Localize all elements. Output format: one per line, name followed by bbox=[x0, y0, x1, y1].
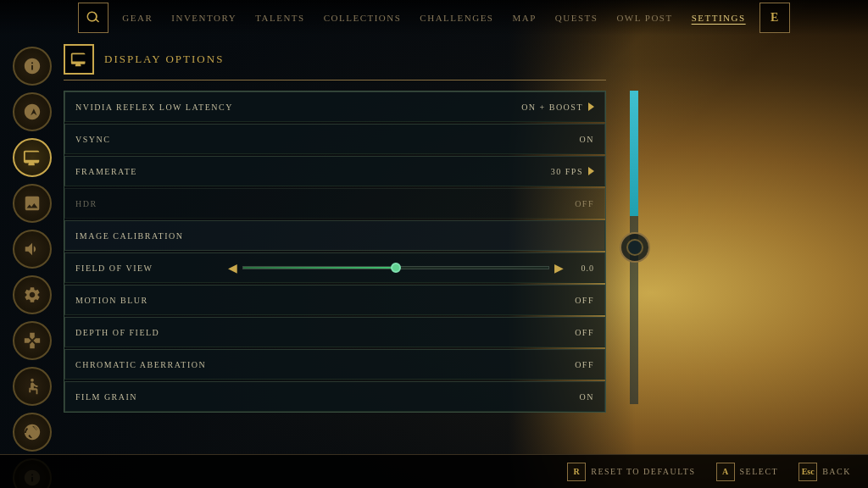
framerate-chevron bbox=[588, 167, 594, 175]
sidebar-btn-accessibility[interactable] bbox=[13, 367, 52, 406]
image-calibration-label: IMAGE CALIBRATION bbox=[75, 231, 594, 241]
film-grain-value: ON bbox=[580, 392, 594, 402]
motion-blur-label: MOTION BLUR bbox=[75, 296, 575, 305]
section-header: DISPLAY OPTIONS bbox=[64, 44, 606, 80]
framerate-label: FRAMERATE bbox=[75, 167, 551, 176]
nav-collections[interactable]: COLLECTIONS bbox=[324, 13, 402, 23]
fov-label: FIELD OF VIEW bbox=[75, 263, 228, 273]
reset-label: RESET TO DEFAULTS bbox=[591, 467, 695, 476]
select-label: SELECT bbox=[740, 467, 779, 476]
setting-nvidia-reflex[interactable]: NVIDIA REFLEX LOW LATENCY On + Boost bbox=[64, 92, 605, 122]
chromatic-value: OFF bbox=[575, 360, 594, 369]
sidebar-btn-network[interactable] bbox=[13, 413, 52, 452]
setting-hdr: HDR OFF bbox=[64, 188, 605, 219]
dof-value: OFF bbox=[575, 328, 594, 337]
settings-panel-wrapper: NVIDIA REFLEX LOW LATENCY On + Boost VSY… bbox=[64, 91, 623, 413]
q-button[interactable] bbox=[78, 3, 108, 33]
setting-chromatic-aberration[interactable]: CHROMATIC ABERRATION OFF bbox=[64, 349, 605, 380]
top-navigation: GEAR INVENTORY TALENTS COLLECTIONS CHALL… bbox=[0, 0, 868, 36]
setting-film-grain[interactable]: FILM GRAIN ON bbox=[64, 381, 605, 412]
vsync-value: ON bbox=[580, 135, 594, 144]
film-grain-label: FILM GRAIN bbox=[75, 392, 580, 402]
hdr-label: HDR bbox=[75, 199, 575, 208]
hdr-value: OFF bbox=[575, 199, 594, 208]
section-icon bbox=[64, 44, 94, 75]
nav-talents[interactable]: TALENTS bbox=[255, 13, 305, 23]
nav-gear[interactable]: GEAR bbox=[122, 13, 153, 23]
nav-inventory[interactable]: INVENTORY bbox=[171, 13, 236, 23]
fov-slider-fill bbox=[243, 267, 396, 269]
setting-image-calibration: IMAGE CALIBRATION bbox=[64, 220, 605, 251]
setting-vsync[interactable]: VSYNC ON bbox=[64, 124, 605, 154]
settings-panel: NVIDIA REFLEX LOW LATENCY On + Boost VSY… bbox=[64, 91, 606, 413]
scrollbar-thumb bbox=[630, 91, 638, 216]
nav-map[interactable]: MAP bbox=[512, 13, 536, 23]
fov-slider-thumb bbox=[391, 263, 401, 273]
framerate-value: 30 FPS bbox=[551, 167, 594, 176]
nav-challenges[interactable]: CHALLENGES bbox=[420, 13, 493, 23]
fov-slider-container: ◀ ▶ 0.0 bbox=[228, 261, 594, 275]
setting-framerate[interactable]: FRAMERATE 30 FPS bbox=[64, 156, 605, 186]
scroll-circle-indicator bbox=[620, 232, 650, 263]
e-button[interactable]: E bbox=[760, 3, 790, 33]
main-panel: DISPLAY OPTIONS NVIDIA REFLEX LOW LATENC… bbox=[64, 44, 606, 413]
nav-owlpost[interactable]: OWL POST bbox=[616, 13, 672, 23]
setting-field-of-view[interactable]: FIELD OF VIEW ◀ ▶ 0.0 bbox=[64, 252, 605, 283]
sidebar-btn-settings[interactable] bbox=[13, 275, 52, 314]
sidebar-btn-controller[interactable] bbox=[13, 321, 52, 360]
back-label: BACK bbox=[822, 467, 851, 476]
scrollbar-track[interactable] bbox=[630, 91, 638, 404]
sidebar-btn-compass[interactable] bbox=[13, 92, 52, 131]
fov-value: 0.0 bbox=[569, 263, 594, 273]
fov-slider-track[interactable] bbox=[242, 266, 549, 269]
dof-label: DEPTH OF FIELD bbox=[75, 328, 575, 337]
setting-motion-blur[interactable]: MOTION BLUR OFF bbox=[64, 285, 605, 315]
nav-settings[interactable]: SETTINGS bbox=[692, 13, 746, 23]
nvidia-reflex-label: NVIDIA REFLEX LOW LATENCY bbox=[75, 103, 521, 112]
select-key-badge: A bbox=[716, 463, 735, 481]
sidebar-btn-display[interactable] bbox=[13, 138, 52, 177]
reset-key-badge: R bbox=[567, 463, 586, 481]
sidebar-btn-audio[interactable] bbox=[13, 230, 52, 269]
fov-arrow-right[interactable]: ▶ bbox=[554, 261, 564, 275]
chromatic-label: CHROMATIC ABERRATION bbox=[75, 360, 575, 369]
fov-arrow-left[interactable]: ◀ bbox=[228, 261, 237, 275]
action-select[interactable]: A SELECT bbox=[716, 463, 779, 481]
nvidia-reflex-chevron bbox=[588, 103, 594, 111]
sidebar-btn-info[interactable] bbox=[13, 47, 52, 86]
action-back[interactable]: Esc BACK bbox=[798, 463, 851, 481]
nav-quests[interactable]: QUESTS bbox=[555, 13, 598, 23]
bottom-bar: R RESET TO DEFAULTS A SELECT Esc BACK bbox=[0, 454, 868, 488]
action-reset[interactable]: R RESET TO DEFAULTS bbox=[567, 463, 695, 481]
scroll-circle-inner bbox=[626, 239, 643, 256]
nav-items: GEAR INVENTORY TALENTS COLLECTIONS CHALL… bbox=[122, 13, 745, 23]
back-key-badge: Esc bbox=[798, 463, 817, 481]
section-title: DISPLAY OPTIONS bbox=[104, 53, 224, 66]
svg-point-0 bbox=[31, 379, 34, 382]
sidebar-btn-photo[interactable] bbox=[13, 184, 52, 223]
nvidia-reflex-value: On + Boost bbox=[521, 103, 594, 112]
motion-blur-value: OFF bbox=[575, 296, 594, 305]
setting-depth-of-field[interactable]: DEPTH OF FIELD OFF bbox=[64, 317, 605, 347]
vsync-label: VSYNC bbox=[75, 135, 580, 144]
sidebar bbox=[13, 47, 52, 488]
settings-list: NVIDIA REFLEX LOW LATENCY On + Boost VSY… bbox=[64, 92, 605, 412]
